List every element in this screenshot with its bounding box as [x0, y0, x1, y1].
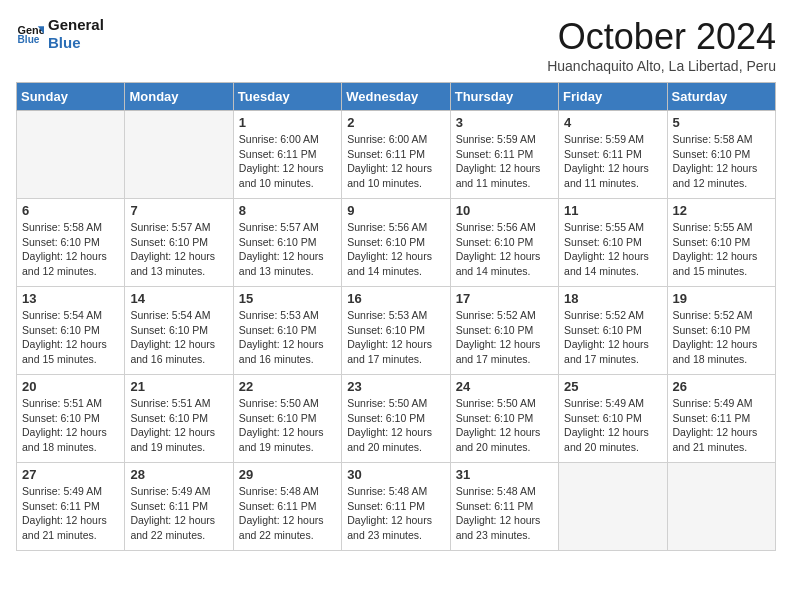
calendar-cell: 18Sunrise: 5:52 AMSunset: 6:10 PMDayligh…	[559, 287, 667, 375]
day-number: 22	[239, 379, 336, 394]
day-info: Sunrise: 5:52 AMSunset: 6:10 PMDaylight:…	[456, 308, 553, 367]
calendar-cell: 21Sunrise: 5:51 AMSunset: 6:10 PMDayligh…	[125, 375, 233, 463]
calendar-cell: 31Sunrise: 5:48 AMSunset: 6:11 PMDayligh…	[450, 463, 558, 551]
day-info: Sunrise: 5:52 AMSunset: 6:10 PMDaylight:…	[564, 308, 661, 367]
calendar-cell: 24Sunrise: 5:50 AMSunset: 6:10 PMDayligh…	[450, 375, 558, 463]
calendar-title: October 2024	[547, 16, 776, 58]
day-info: Sunrise: 5:52 AMSunset: 6:10 PMDaylight:…	[673, 308, 770, 367]
day-header-tuesday: Tuesday	[233, 83, 341, 111]
calendar-cell: 4Sunrise: 5:59 AMSunset: 6:11 PMDaylight…	[559, 111, 667, 199]
day-number: 17	[456, 291, 553, 306]
calendar-cell: 30Sunrise: 5:48 AMSunset: 6:11 PMDayligh…	[342, 463, 450, 551]
calendar-cell	[17, 111, 125, 199]
day-info: Sunrise: 6:00 AMSunset: 6:11 PMDaylight:…	[239, 132, 336, 191]
day-info: Sunrise: 5:53 AMSunset: 6:10 PMDaylight:…	[347, 308, 444, 367]
day-header-saturday: Saturday	[667, 83, 775, 111]
day-info: Sunrise: 5:49 AMSunset: 6:11 PMDaylight:…	[673, 396, 770, 455]
day-header-sunday: Sunday	[17, 83, 125, 111]
day-number: 19	[673, 291, 770, 306]
day-number: 16	[347, 291, 444, 306]
day-number: 6	[22, 203, 119, 218]
svg-text:Blue: Blue	[18, 34, 40, 45]
day-info: Sunrise: 5:56 AMSunset: 6:10 PMDaylight:…	[347, 220, 444, 279]
day-info: Sunrise: 6:00 AMSunset: 6:11 PMDaylight:…	[347, 132, 444, 191]
day-number: 20	[22, 379, 119, 394]
day-number: 4	[564, 115, 661, 130]
page-header: General Blue General Blue October 2024 H…	[16, 16, 776, 74]
day-info: Sunrise: 5:49 AMSunset: 6:10 PMDaylight:…	[564, 396, 661, 455]
calendar-week-3: 13Sunrise: 5:54 AMSunset: 6:10 PMDayligh…	[17, 287, 776, 375]
calendar-cell: 15Sunrise: 5:53 AMSunset: 6:10 PMDayligh…	[233, 287, 341, 375]
day-number: 13	[22, 291, 119, 306]
day-number: 1	[239, 115, 336, 130]
day-number: 3	[456, 115, 553, 130]
logo: General Blue General Blue	[16, 16, 104, 52]
calendar-cell: 19Sunrise: 5:52 AMSunset: 6:10 PMDayligh…	[667, 287, 775, 375]
calendar-cell: 11Sunrise: 5:55 AMSunset: 6:10 PMDayligh…	[559, 199, 667, 287]
day-number: 25	[564, 379, 661, 394]
calendar-cell: 25Sunrise: 5:49 AMSunset: 6:10 PMDayligh…	[559, 375, 667, 463]
calendar-cell	[667, 463, 775, 551]
calendar-week-1: 1Sunrise: 6:00 AMSunset: 6:11 PMDaylight…	[17, 111, 776, 199]
calendar-cell: 14Sunrise: 5:54 AMSunset: 6:10 PMDayligh…	[125, 287, 233, 375]
day-info: Sunrise: 5:51 AMSunset: 6:10 PMDaylight:…	[130, 396, 227, 455]
calendar-cell: 22Sunrise: 5:50 AMSunset: 6:10 PMDayligh…	[233, 375, 341, 463]
logo-line2: Blue	[48, 34, 104, 52]
calendar-cell: 13Sunrise: 5:54 AMSunset: 6:10 PMDayligh…	[17, 287, 125, 375]
day-number: 27	[22, 467, 119, 482]
day-number: 7	[130, 203, 227, 218]
logo-icon: General Blue	[16, 20, 44, 48]
calendar-cell: 8Sunrise: 5:57 AMSunset: 6:10 PMDaylight…	[233, 199, 341, 287]
day-number: 9	[347, 203, 444, 218]
day-number: 15	[239, 291, 336, 306]
calendar-cell: 27Sunrise: 5:49 AMSunset: 6:11 PMDayligh…	[17, 463, 125, 551]
calendar-cell: 1Sunrise: 6:00 AMSunset: 6:11 PMDaylight…	[233, 111, 341, 199]
calendar-week-4: 20Sunrise: 5:51 AMSunset: 6:10 PMDayligh…	[17, 375, 776, 463]
day-info: Sunrise: 5:50 AMSunset: 6:10 PMDaylight:…	[239, 396, 336, 455]
day-info: Sunrise: 5:53 AMSunset: 6:10 PMDaylight:…	[239, 308, 336, 367]
day-info: Sunrise: 5:55 AMSunset: 6:10 PMDaylight:…	[673, 220, 770, 279]
day-number: 18	[564, 291, 661, 306]
day-number: 29	[239, 467, 336, 482]
title-area: October 2024 Huanchaquito Alto, La Liber…	[547, 16, 776, 74]
day-info: Sunrise: 5:59 AMSunset: 6:11 PMDaylight:…	[456, 132, 553, 191]
calendar-cell: 10Sunrise: 5:56 AMSunset: 6:10 PMDayligh…	[450, 199, 558, 287]
calendar-cell: 3Sunrise: 5:59 AMSunset: 6:11 PMDaylight…	[450, 111, 558, 199]
calendar-cell: 6Sunrise: 5:58 AMSunset: 6:10 PMDaylight…	[17, 199, 125, 287]
calendar-cell: 20Sunrise: 5:51 AMSunset: 6:10 PMDayligh…	[17, 375, 125, 463]
day-number: 21	[130, 379, 227, 394]
day-info: Sunrise: 5:49 AMSunset: 6:11 PMDaylight:…	[22, 484, 119, 543]
day-number: 2	[347, 115, 444, 130]
calendar-cell: 2Sunrise: 6:00 AMSunset: 6:11 PMDaylight…	[342, 111, 450, 199]
day-info: Sunrise: 5:50 AMSunset: 6:10 PMDaylight:…	[347, 396, 444, 455]
day-info: Sunrise: 5:58 AMSunset: 6:10 PMDaylight:…	[673, 132, 770, 191]
day-number: 23	[347, 379, 444, 394]
day-header-thursday: Thursday	[450, 83, 558, 111]
day-info: Sunrise: 5:48 AMSunset: 6:11 PMDaylight:…	[456, 484, 553, 543]
day-header-monday: Monday	[125, 83, 233, 111]
day-info: Sunrise: 5:50 AMSunset: 6:10 PMDaylight:…	[456, 396, 553, 455]
calendar-cell: 17Sunrise: 5:52 AMSunset: 6:10 PMDayligh…	[450, 287, 558, 375]
day-number: 28	[130, 467, 227, 482]
day-info: Sunrise: 5:58 AMSunset: 6:10 PMDaylight:…	[22, 220, 119, 279]
logo-line1: General	[48, 16, 104, 34]
day-number: 31	[456, 467, 553, 482]
calendar-cell: 9Sunrise: 5:56 AMSunset: 6:10 PMDaylight…	[342, 199, 450, 287]
day-number: 30	[347, 467, 444, 482]
calendar-cell: 7Sunrise: 5:57 AMSunset: 6:10 PMDaylight…	[125, 199, 233, 287]
day-info: Sunrise: 5:51 AMSunset: 6:10 PMDaylight:…	[22, 396, 119, 455]
day-info: Sunrise: 5:54 AMSunset: 6:10 PMDaylight:…	[130, 308, 227, 367]
calendar-cell: 12Sunrise: 5:55 AMSunset: 6:10 PMDayligh…	[667, 199, 775, 287]
day-info: Sunrise: 5:48 AMSunset: 6:11 PMDaylight:…	[347, 484, 444, 543]
day-number: 10	[456, 203, 553, 218]
calendar-header-row: SundayMondayTuesdayWednesdayThursdayFrid…	[17, 83, 776, 111]
day-number: 12	[673, 203, 770, 218]
day-number: 24	[456, 379, 553, 394]
calendar-cell: 26Sunrise: 5:49 AMSunset: 6:11 PMDayligh…	[667, 375, 775, 463]
day-info: Sunrise: 5:56 AMSunset: 6:10 PMDaylight:…	[456, 220, 553, 279]
day-info: Sunrise: 5:54 AMSunset: 6:10 PMDaylight:…	[22, 308, 119, 367]
day-header-friday: Friday	[559, 83, 667, 111]
day-info: Sunrise: 5:57 AMSunset: 6:10 PMDaylight:…	[130, 220, 227, 279]
calendar-cell: 23Sunrise: 5:50 AMSunset: 6:10 PMDayligh…	[342, 375, 450, 463]
day-info: Sunrise: 5:55 AMSunset: 6:10 PMDaylight:…	[564, 220, 661, 279]
